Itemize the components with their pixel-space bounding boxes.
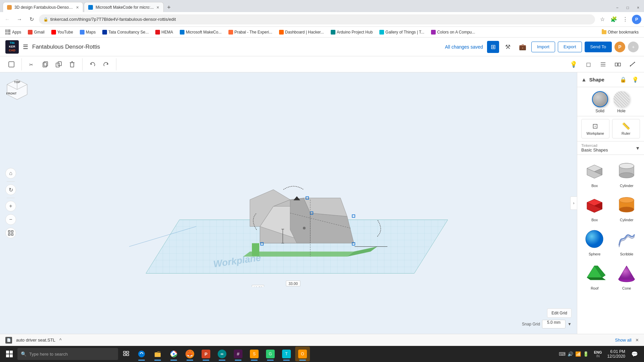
shape-cylinder-orange-item[interactable]: Cylinder bbox=[612, 192, 642, 223]
zoom-out-button[interactable]: − bbox=[5, 214, 16, 225]
shape-panel-collapse-button[interactable]: ▲ bbox=[581, 77, 587, 83]
taskbar-green-app-button[interactable]: G bbox=[263, 347, 278, 361]
duplicate-tool-button[interactable] bbox=[53, 58, 65, 70]
shape-sphere-item[interactable]: Sphere bbox=[580, 226, 609, 257]
tab-1[interactable]: 3D design Fantabulous-Densor-R... × bbox=[3, 2, 83, 12]
settings-button[interactable]: ⋮ bbox=[621, 15, 630, 24]
light-shape-button[interactable]: 💡 bbox=[631, 75, 640, 84]
bookmark-arduino[interactable]: Arduino Project Hub bbox=[328, 28, 375, 36]
light-tool-button[interactable]: 💡 bbox=[568, 58, 580, 70]
export-button[interactable]: Export bbox=[558, 42, 582, 52]
snap-grid-value[interactable]: 5.0 mm bbox=[542, 320, 566, 328]
bookmark-maps[interactable]: Maps bbox=[77, 28, 98, 36]
maximize-button[interactable]: □ bbox=[625, 5, 631, 11]
bookmark-star-button[interactable]: ☆ bbox=[598, 15, 607, 24]
lock-shape-button[interactable]: 🔒 bbox=[619, 75, 628, 84]
orbit-button[interactable]: ↻ bbox=[5, 184, 16, 195]
home-view-button[interactable]: ⌂ bbox=[5, 168, 16, 179]
taskbar-ppt-button[interactable]: P bbox=[199, 347, 213, 361]
import-button[interactable]: Import bbox=[531, 42, 555, 52]
taskbar-chrome-button[interactable] bbox=[166, 347, 181, 361]
fit-view-button[interactable] bbox=[5, 228, 16, 238]
bookmark-gallery[interactable]: Gallery of Things | T... bbox=[377, 28, 427, 36]
tab-close-2[interactable]: × bbox=[156, 5, 159, 10]
close-button[interactable]: × bbox=[635, 5, 641, 11]
minimize-button[interactable]: − bbox=[614, 5, 621, 11]
shape-tool-button[interactable]: ◻ bbox=[582, 58, 594, 70]
undo-tool-button[interactable] bbox=[87, 58, 99, 70]
user-avatar[interactable]: P bbox=[614, 42, 625, 52]
ruler-button[interactable]: 📏 Ruler bbox=[612, 119, 640, 138]
shape-box-grey-item[interactable]: Box bbox=[580, 158, 609, 189]
bookmark-gmail[interactable]: Gmail bbox=[25, 28, 47, 36]
taskbar-search[interactable]: 🔍 Type here to search bbox=[17, 348, 118, 360]
view-cube[interactable]: TOP FRONT bbox=[5, 78, 32, 105]
menu-icon[interactable]: ☰ bbox=[23, 43, 28, 51]
copy-tool-button[interactable] bbox=[39, 58, 51, 70]
forward-button[interactable]: → bbox=[15, 15, 24, 24]
select-tool-button[interactable] bbox=[5, 58, 17, 70]
bookmark-makecode[interactable]: Microsoft MakeCo... bbox=[177, 28, 224, 36]
download-close-button[interactable]: × bbox=[636, 337, 639, 343]
profile-button[interactable]: P bbox=[632, 15, 641, 24]
system-clock[interactable]: 6:01 PM 12/1/2020 bbox=[607, 349, 625, 359]
network-icon[interactable]: 📶 bbox=[575, 351, 581, 357]
taskbar-arduino-button[interactable]: ∞ bbox=[215, 347, 229, 361]
measure-tool-button[interactable] bbox=[627, 58, 639, 70]
taskbar-teal-app-button[interactable]: T bbox=[279, 347, 294, 361]
taskbar-sublime-button[interactable]: S bbox=[247, 347, 262, 361]
redo-tool-button[interactable] bbox=[100, 58, 112, 70]
task-view-button[interactable] bbox=[119, 347, 133, 361]
bookmark-hema[interactable]: HEMA bbox=[153, 28, 176, 36]
cut-tool-button[interactable]: ✂ bbox=[26, 58, 38, 70]
shape-cone-item[interactable]: Cone bbox=[612, 260, 642, 292]
shape-roof-item[interactable]: Roof bbox=[580, 260, 609, 292]
taskbar-orange-app-button[interactable]: O bbox=[295, 347, 310, 361]
build-view-button[interactable]: ⚒ bbox=[502, 41, 514, 53]
solid-button[interactable]: Solid bbox=[592, 91, 608, 113]
group-tool-button[interactable] bbox=[612, 58, 624, 70]
back-button[interactable]: ← bbox=[3, 15, 12, 24]
workplane-button[interactable]: ⊡ Workplane bbox=[581, 119, 609, 138]
battery-icon[interactable]: 🔋 bbox=[583, 351, 589, 357]
volume-icon[interactable]: 🔊 bbox=[568, 351, 573, 357]
shape-cylinder-grey-item[interactable]: Cylinder bbox=[612, 158, 642, 189]
bookmark-other[interactable]: Other bookmarks bbox=[599, 28, 641, 36]
start-button[interactable] bbox=[3, 347, 16, 361]
language-indicator[interactable]: ENG IN bbox=[591, 350, 605, 358]
show-all-button[interactable]: Show all bbox=[615, 338, 632, 343]
taskbar-slack-button[interactable]: # bbox=[231, 347, 246, 361]
tinkercad-logo[interactable]: TIN KER CAD bbox=[5, 40, 19, 54]
tab-close-1[interactable]: × bbox=[76, 5, 79, 10]
extensions-button[interactable]: 🧩 bbox=[609, 15, 619, 24]
align-tool-button[interactable] bbox=[597, 58, 609, 70]
hole-button[interactable]: Hole bbox=[613, 91, 630, 113]
new-tab-button[interactable]: + bbox=[164, 3, 174, 12]
delete-tool-button[interactable] bbox=[66, 58, 78, 70]
shape-box-red-item[interactable]: Box bbox=[580, 192, 609, 223]
send-to-button[interactable]: Send To bbox=[585, 42, 612, 52]
reload-button[interactable]: ↻ bbox=[27, 15, 36, 24]
download-expand-button[interactable]: ^ bbox=[59, 338, 62, 343]
taskbar-explorer-button[interactable] bbox=[150, 347, 165, 361]
category-dropdown-icon[interactable]: ▼ bbox=[635, 145, 640, 151]
snap-dropdown-icon[interactable]: ▼ bbox=[568, 322, 572, 326]
bookmark-colors[interactable]: Colors on A Compu... bbox=[428, 28, 478, 36]
code-view-button[interactable]: 💼 bbox=[517, 41, 529, 53]
bookmark-hackerearth[interactable]: Dashboard | Hacker... bbox=[276, 28, 327, 36]
user-settings-button[interactable]: + bbox=[628, 42, 639, 52]
notification-button[interactable]: 💬 bbox=[628, 347, 641, 361]
bookmark-prabal[interactable]: Prabal - The Experi... bbox=[226, 28, 275, 36]
taskbar-edge-button[interactable] bbox=[134, 347, 149, 361]
address-bar[interactable]: 🔒 tinkercad.com/things/7p7T7BIde4V-fanta… bbox=[39, 14, 595, 24]
grid-view-button[interactable]: ⊞ bbox=[487, 41, 499, 53]
bookmark-tcs[interactable]: Tata Consultancy Se... bbox=[100, 28, 151, 36]
tab-2[interactable]: Microsoft MakeCode for micro:... × bbox=[84, 2, 164, 12]
bookmark-youtube[interactable]: YouTube bbox=[49, 28, 76, 36]
3d-canvas[interactable]: TOP FRONT ⌂ ↻ + − bbox=[0, 72, 577, 334]
taskbar-firefox-button[interactable]: 🦊 bbox=[182, 347, 197, 361]
zoom-in-button[interactable]: + bbox=[5, 201, 16, 212]
shape-scribble-item[interactable]: Scribble bbox=[612, 226, 642, 257]
bookmark-apps[interactable]: Apps bbox=[3, 28, 24, 36]
edit-grid-button[interactable]: Edit Grid bbox=[547, 308, 572, 318]
